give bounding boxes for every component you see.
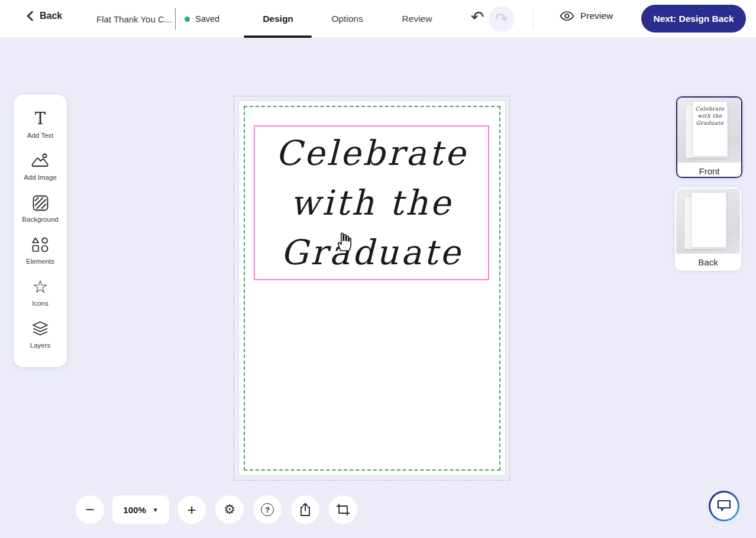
back-button[interactable]: Back [26, 11, 62, 21]
design-canvas[interactable]: Celebrate with the Graduate [238, 101, 506, 476]
chat-widget-button[interactable] [709, 491, 739, 521]
chevron-down-icon: ▼ [153, 507, 159, 513]
tab-review[interactable]: Review [402, 14, 432, 24]
share-icon [299, 503, 311, 517]
sidebar-item-add-text[interactable]: T Add Text [14, 103, 67, 145]
star-icon: ☆ [33, 278, 49, 296]
share-button[interactable] [291, 495, 319, 524]
save-status: Saved [185, 14, 219, 24]
sidebar-item-elements[interactable]: Elements [14, 229, 67, 271]
preview-label: Preview [580, 11, 613, 21]
zoom-out-button[interactable]: − [76, 495, 104, 524]
active-tab-underline [244, 35, 312, 38]
mini-card-text: Celebrate [695, 105, 724, 112]
chat-inner-circle [710, 492, 738, 520]
front-thumbnail-image: Celebrate with the Graduate [677, 98, 741, 163]
zoom-in-button[interactable]: + [177, 495, 206, 524]
header-divider [175, 8, 176, 30]
tab-design[interactable]: Design [263, 14, 293, 24]
crop-icon [336, 503, 350, 516]
page-thumb-back[interactable]: Back [675, 187, 741, 271]
image-icon [31, 152, 49, 170]
card-text-line: Celebrate [276, 128, 468, 178]
tool-label: Icons [32, 300, 49, 307]
sidebar-item-layers[interactable]: Layers [14, 313, 67, 355]
tool-label: Elements [26, 258, 54, 265]
front-mini-card: Celebrate with the Graduate [693, 102, 727, 156]
zoom-level-dropdown[interactable]: 100% ▼ [112, 495, 169, 524]
saved-dot-icon [185, 17, 190, 22]
chevron-left-icon [26, 11, 34, 21]
gear-icon: ⚙ [224, 503, 235, 516]
tool-label: Background [22, 216, 58, 223]
top-toolbar: Back Flat Thank You C... Saved Design Op… [0, 0, 756, 38]
text-icon: T [35, 110, 46, 128]
back-thumbnail-image [676, 189, 740, 254]
redo-icon: ↷ [495, 9, 509, 28]
back-label: Back [40, 11, 62, 21]
undo-icon: ↶ [471, 8, 484, 27]
elements-icon [31, 236, 49, 254]
text-element-selection[interactable]: Celebrate with the Graduate [254, 125, 489, 280]
front-label: Front [677, 163, 741, 178]
settings-button[interactable]: ⚙ [215, 495, 244, 524]
minus-icon: − [85, 502, 94, 517]
question-glyph: ? [265, 505, 270, 514]
saved-label: Saved [195, 14, 219, 24]
zoom-level-value: 100% [123, 505, 146, 515]
sidebar-item-icons[interactable]: ☆ Icons [14, 271, 67, 313]
card-text-line: with the [290, 178, 453, 228]
card-text-line: Graduate [280, 228, 462, 277]
header-divider-2 [533, 8, 534, 30]
next-design-back-button[interactable]: Next: Design Back [641, 5, 746, 33]
tool-label: Layers [30, 342, 51, 349]
plus-icon: + [187, 502, 196, 517]
background-icon [33, 194, 49, 212]
crop-button[interactable] [329, 495, 357, 524]
sidebar-item-add-image[interactable]: Add Image [14, 145, 67, 187]
mini-card-text: with the [697, 112, 722, 119]
tools-sidebar: T Add Text Add Image Background [14, 95, 67, 367]
layers-icon [31, 320, 49, 338]
project-title[interactable]: Flat Thank You C... [96, 14, 172, 24]
tool-label: Add Text [27, 132, 54, 139]
preview-button[interactable]: Preview [560, 11, 613, 21]
eye-icon [560, 11, 574, 21]
undo-button[interactable]: ↶ [464, 4, 491, 31]
mini-card-text: Graduate [696, 119, 724, 127]
redo-button[interactable]: ↷ [489, 6, 515, 32]
question-icon: ? [261, 503, 274, 516]
tool-label: Add Image [24, 174, 57, 181]
chat-bubble-icon [716, 499, 732, 513]
help-button[interactable]: ? [253, 495, 282, 524]
back-mini-card [692, 193, 726, 247]
back-label: Back [676, 254, 740, 270]
tab-options[interactable]: Options [331, 14, 363, 24]
sidebar-item-background[interactable]: Background [14, 187, 67, 229]
page-thumb-front[interactable]: Celebrate with the Graduate Front [676, 96, 742, 178]
